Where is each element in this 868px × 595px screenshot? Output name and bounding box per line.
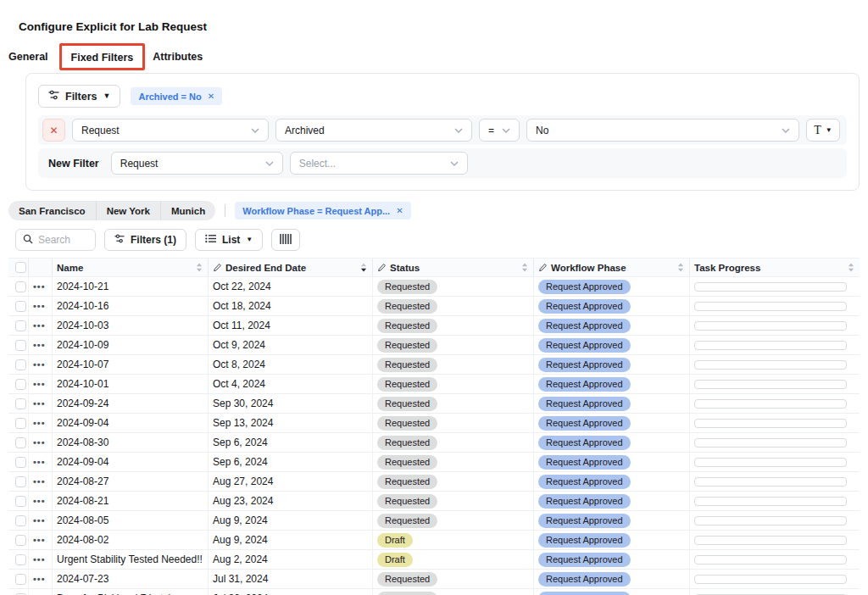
row-menu-icon[interactable]: •••: [33, 398, 46, 409]
row-status-cell[interactable]: Requested: [373, 570, 534, 588]
active-filter-chip[interactable]: Archived = No ✕: [131, 87, 222, 105]
status-badge[interactable]: Requested: [377, 280, 437, 294]
row-checkbox[interactable]: [15, 437, 26, 448]
table-row[interactable]: ••• 2024-10-16 Oct 18, 2024 Requested Re…: [8, 297, 860, 316]
phase-badge[interactable]: Request Approved: [538, 592, 631, 595]
row-checkbox[interactable]: [15, 398, 26, 409]
table-row[interactable]: ••• 2024-08-30 Sep 6, 2024 Requested Req…: [8, 433, 860, 453]
row-menu-cell[interactable]: •••: [29, 414, 53, 432]
phase-badge[interactable]: Request Approved: [538, 494, 631, 509]
row-menu-cell[interactable]: •••: [29, 511, 53, 530]
phase-badge[interactable]: Request Approved: [538, 416, 631, 431]
phase-badge[interactable]: Request Approved: [538, 299, 631, 314]
row-checkbox[interactable]: [15, 496, 26, 507]
table-row[interactable]: ••• Urgent Stability Tested Needed!! Aug…: [8, 550, 860, 570]
row-status-cell[interactable]: Requested: [373, 453, 534, 471]
row-select-cell[interactable]: [8, 550, 29, 569]
row-menu-icon[interactable]: •••: [33, 476, 46, 487]
row-phase-cell[interactable]: Request Approved: [534, 414, 690, 432]
header-name[interactable]: Name: [53, 259, 209, 276]
row-select-cell[interactable]: [8, 355, 29, 374]
status-badge[interactable]: Requested: [377, 338, 437, 353]
status-badge[interactable]: Requested: [377, 572, 437, 587]
row-menu-cell[interactable]: •••: [29, 453, 53, 471]
row-checkbox[interactable]: [15, 281, 26, 292]
value-type-button[interactable]: T ▼: [806, 119, 840, 142]
row-checkbox[interactable]: [15, 457, 26, 468]
row-checkbox[interactable]: [15, 535, 26, 546]
row-select-cell[interactable]: [8, 453, 29, 471]
row-phase-cell[interactable]: Request Approved: [534, 394, 690, 413]
row-phase-cell[interactable]: Request Approved: [534, 570, 690, 588]
status-badge[interactable]: Requested: [377, 397, 437, 411]
row-checkbox[interactable]: [15, 359, 26, 370]
table-row[interactable]: ••• 2024-10-21 Oct 22, 2024 Requested Re…: [8, 277, 860, 297]
row-checkbox[interactable]: [15, 320, 26, 331]
row-phase-cell[interactable]: Request Approved: [534, 355, 690, 374]
status-badge[interactable]: Requested: [377, 319, 437, 333]
table-row[interactable]: ••• 2024-10-01 Oct 4, 2024 Requested Req…: [8, 375, 860, 394]
filter-field-select[interactable]: Archived: [275, 119, 472, 142]
status-badge[interactable]: Draft: [377, 533, 413, 548]
table-row[interactable]: ••• 2024-09-04 Sep 6, 2024 Requested Req…: [8, 453, 860, 472]
row-checkbox[interactable]: [15, 301, 26, 312]
workflow-phase-chip[interactable]: Workflow Phase = Request App... ✕: [235, 202, 410, 220]
row-checkbox[interactable]: [15, 515, 26, 526]
row-menu-cell[interactable]: •••: [29, 492, 53, 510]
sort-icon[interactable]: [848, 263, 854, 272]
status-badge[interactable]: Requested: [377, 475, 437, 489]
header-select-all[interactable]: [8, 259, 29, 276]
new-filter-field-select[interactable]: Select...: [290, 152, 468, 175]
row-select-cell[interactable]: [8, 375, 29, 393]
table-row[interactable]: ••• Dyes for Pickinsel 7 batch Jul 30, 2…: [8, 589, 860, 595]
sort-icon[interactable]: [196, 263, 203, 272]
row-select-cell[interactable]: [8, 511, 29, 530]
row-checkbox[interactable]: [15, 340, 26, 351]
row-menu-cell[interactable]: •••: [29, 355, 53, 374]
phase-badge[interactable]: Request Approved: [538, 358, 631, 372]
row-status-cell[interactable]: Requested: [373, 472, 534, 491]
row-checkbox[interactable]: [15, 574, 26, 585]
location-tab-san-francisco[interactable]: San Francisco: [8, 201, 97, 220]
row-phase-cell[interactable]: Request Approved: [534, 492, 690, 510]
chip-close-icon[interactable]: ✕: [208, 92, 214, 101]
status-badge[interactable]: Requested: [377, 494, 437, 509]
phase-badge[interactable]: Request Approved: [538, 553, 631, 567]
tab-fixed-filters[interactable]: Fixed Filters: [71, 45, 134, 70]
row-checkbox[interactable]: [15, 418, 26, 429]
table-row[interactable]: ••• 2024-10-07 Oct 8, 2024 Requested Req…: [8, 355, 860, 375]
row-phase-cell[interactable]: Request Approved: [534, 453, 690, 471]
row-select-cell[interactable]: [8, 589, 29, 595]
row-menu-icon[interactable]: •••: [33, 320, 46, 331]
row-phase-cell[interactable]: Request Approved: [534, 433, 690, 452]
row-phase-cell[interactable]: Request Approved: [534, 589, 690, 595]
phase-badge[interactable]: Request Approved: [538, 280, 631, 294]
phase-badge[interactable]: Request Approved: [538, 533, 631, 548]
status-badge[interactable]: Requested: [377, 455, 437, 470]
row-status-cell[interactable]: Requested: [373, 375, 534, 393]
row-menu-icon[interactable]: •••: [33, 515, 46, 525]
filter-entity-select[interactable]: Request: [72, 119, 269, 142]
table-row[interactable]: ••• 2024-08-02 Aug 9, 2024 Draft Request…: [8, 531, 860, 550]
status-badge[interactable]: Draft: [377, 553, 413, 567]
row-status-cell[interactable]: Requested: [373, 277, 534, 296]
row-menu-cell[interactable]: •••: [29, 277, 53, 296]
row-menu-cell[interactable]: •••: [29, 472, 53, 491]
chip-close-icon[interactable]: ✕: [396, 206, 403, 215]
row-status-cell[interactable]: Requested: [373, 394, 534, 413]
row-checkbox[interactable]: [15, 554, 26, 565]
phase-badge[interactable]: Request Approved: [538, 338, 631, 353]
row-status-cell[interactable]: Requested: [373, 414, 534, 432]
row-select-cell[interactable]: [8, 472, 29, 491]
tab-attributes[interactable]: Attributes: [153, 44, 203, 70]
filter-operator-select[interactable]: =: [479, 119, 520, 142]
row-select-cell[interactable]: [8, 570, 29, 588]
columns-button[interactable]: [271, 229, 300, 251]
location-tab-new-york[interactable]: New York: [97, 201, 161, 220]
row-status-cell[interactable]: Requested: [373, 433, 534, 452]
row-checkbox[interactable]: [15, 379, 26, 390]
row-menu-icon[interactable]: •••: [33, 496, 46, 506]
search-box[interactable]: [15, 229, 96, 251]
table-row[interactable]: ••• 2024-10-09 Oct 9, 2024 Requested Req…: [8, 336, 860, 355]
row-menu-cell[interactable]: •••: [29, 589, 53, 595]
